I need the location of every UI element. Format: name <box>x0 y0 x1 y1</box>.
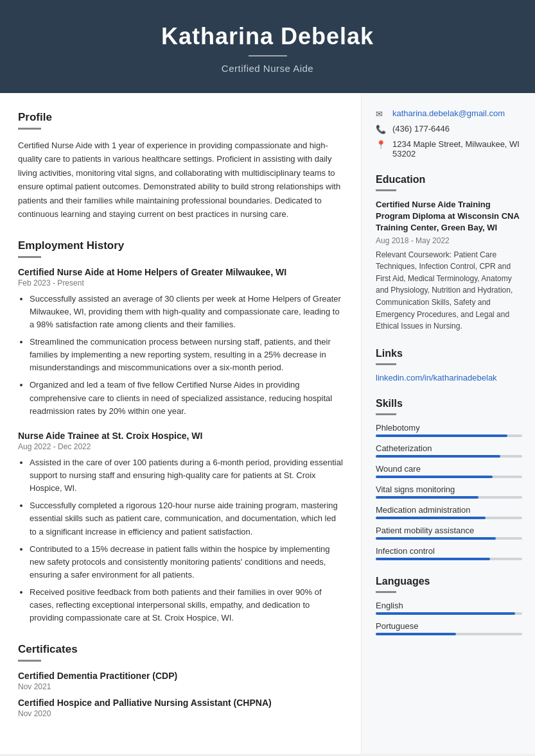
left-column: Profile Certified Nurse Aide with 1 year… <box>0 93 362 754</box>
edu-item-1: Certified Nurse Aide Training Program Di… <box>376 199 522 332</box>
skills-title: Skills <box>376 398 522 409</box>
cert-item-1: Certified Dementia Practitioner (CDP) No… <box>18 671 343 691</box>
profile-section: Profile Certified Nurse Aide with 1 year… <box>18 111 343 221</box>
job-bullets-1: Successfully assisted an average of 30 c… <box>30 293 343 418</box>
profile-divider <box>18 128 41 130</box>
skill-bar-bg <box>376 496 522 499</box>
skill-item: Patient mobility assistance <box>376 526 522 540</box>
language-bar-bg <box>376 633 522 635</box>
links-divider <box>376 363 396 365</box>
skill-item: Infection control <box>376 546 522 560</box>
certificates-section: Certificates Certified Dementia Practiti… <box>18 643 343 718</box>
phone-text: (436) 177-6446 <box>392 124 450 133</box>
skills-divider <box>376 413 396 415</box>
skill-item: Medication administration <box>376 505 522 519</box>
location-icon: 📍 <box>376 140 387 150</box>
profile-text: Certified Nurse Aide with 1 year of expe… <box>18 139 343 221</box>
education-divider <box>376 189 396 191</box>
skill-bar-bg <box>376 517 522 519</box>
languages-container: English Portuguese <box>376 601 522 635</box>
skill-bar-bg <box>376 537 522 540</box>
languages-divider <box>376 591 396 593</box>
job-bullet: Assisted in the care of over 100 patient… <box>30 456 343 495</box>
language-bar-fill <box>376 633 456 635</box>
employment-divider <box>18 256 41 258</box>
contact-phone: 📞 (436) 177-6446 <box>376 124 522 134</box>
skill-bar-bg <box>376 455 522 458</box>
job-block-1: Certified Nurse Aide at Home Helpers of … <box>18 267 343 418</box>
job-bullet: Successfully assisted an average of 30 c… <box>30 293 343 331</box>
skill-name: Patient mobility assistance <box>376 526 522 535</box>
contact-section: ✉ katharina.debelak@gmail.com 📞 (436) 17… <box>376 108 522 159</box>
right-column: ✉ katharina.debelak@gmail.com 📞 (436) 17… <box>362 93 535 754</box>
skill-bar-fill <box>376 517 486 519</box>
skill-bar-bg <box>376 434 522 437</box>
header-underline <box>249 55 287 56</box>
candidate-title: Certified Nurse Aide <box>13 63 522 74</box>
skill-item: Wound care <box>376 464 522 478</box>
language-name: Portuguese <box>376 621 522 631</box>
job-title-1: Certified Nurse Aide at Home Helpers of … <box>18 267 343 277</box>
skill-name: Catheterization <box>376 443 522 453</box>
header: Katharina Debelak Certified Nurse Aide <box>0 0 535 93</box>
certificates-divider <box>18 660 41 662</box>
languages-title: Languages <box>376 576 522 587</box>
employment-title: Employment History <box>18 239 343 252</box>
links-section: Links linkedin.com/in/katharinadebelak <box>376 348 522 382</box>
cert-title-2: Certified Hospice and Palliative Nursing… <box>18 698 343 708</box>
skills-container: Phlebotomy Catheterization Wound care Vi… <box>376 423 522 560</box>
cert-date-1: Nov 2021 <box>18 682 343 691</box>
job-date-2: Aug 2022 - Dec 2022 <box>18 442 343 451</box>
job-bullet: Streamlined the communication process be… <box>30 336 343 374</box>
education-title: Education <box>376 174 522 185</box>
cert-item-2: Certified Hospice and Palliative Nursing… <box>18 698 343 718</box>
contact-email: ✉ katharina.debelak@gmail.com <box>376 108 522 119</box>
skill-bar-fill <box>376 455 500 458</box>
resume-wrapper: Katharina Debelak Certified Nurse Aide P… <box>0 0 535 754</box>
cert-date-2: Nov 2020 <box>18 709 343 718</box>
contact-address: 📍 1234 Maple Street, Milwaukee, WI 53202 <box>376 139 522 159</box>
cert-title-1: Certified Dementia Practitioner (CDP) <box>18 671 343 681</box>
skill-bar-fill <box>376 434 507 437</box>
phone-icon: 📞 <box>376 125 387 134</box>
skill-bar-fill <box>376 496 478 499</box>
education-section: Education Certified Nurse Aide Training … <box>376 174 522 332</box>
edu-date: Aug 2018 - May 2022 <box>376 236 522 245</box>
skill-item: Catheterization <box>376 443 522 458</box>
job-bullets-2: Assisted in the care of over 100 patient… <box>30 456 343 625</box>
job-bullet: Successfully completed a rigorous 120-ho… <box>30 499 343 538</box>
skill-bar-bg <box>376 558 522 560</box>
skill-name: Vital signs monitoring <box>376 485 522 494</box>
edu-description: Relevant Coursework: Patient Care Techni… <box>376 249 522 332</box>
linkedin-link[interactable]: linkedin.com/in/katharinadebelak <box>376 373 497 382</box>
job-block-2: Nurse Aide Trainee at St. Croix Hospice,… <box>18 431 343 625</box>
languages-section: Languages English Portuguese <box>376 576 522 635</box>
email-link[interactable]: katharina.debelak@gmail.com <box>392 108 505 118</box>
job-title-2: Nurse Aide Trainee at St. Croix Hospice,… <box>18 431 343 441</box>
address-text: 1234 Maple Street, Milwaukee, WI 53202 <box>392 139 522 159</box>
skill-bar-bg <box>376 476 522 478</box>
job-date-1: Feb 2023 - Present <box>18 279 343 288</box>
links-title: Links <box>376 348 522 359</box>
language-bar-bg <box>376 612 522 615</box>
language-item: Portuguese <box>376 621 522 635</box>
certificates-title: Certificates <box>18 643 343 656</box>
skill-item: Phlebotomy <box>376 423 522 437</box>
language-bar-fill <box>376 612 515 615</box>
profile-title: Profile <box>18 111 343 124</box>
candidate-name: Katharina Debelak <box>13 23 522 50</box>
skill-name: Medication administration <box>376 505 522 515</box>
job-bullet: Received positive feedback from both pat… <box>30 586 343 624</box>
edu-degree: Certified Nurse Aide Training Program Di… <box>376 199 522 234</box>
skills-section: Skills Phlebotomy Catheterization Wound … <box>376 398 522 560</box>
skill-bar-fill <box>376 558 490 560</box>
employment-section: Employment History Certified Nurse Aide … <box>18 239 343 625</box>
body-layout: Profile Certified Nurse Aide with 1 year… <box>0 93 535 754</box>
skill-name: Infection control <box>376 546 522 556</box>
skill-name: Phlebotomy <box>376 423 522 433</box>
job-bullet: Organized and led a team of five fellow … <box>30 379 343 417</box>
language-name: English <box>376 601 522 610</box>
language-item: English <box>376 601 522 615</box>
skill-name: Wound care <box>376 464 522 474</box>
job-bullet: Contributed to a 15% decrease in patient… <box>30 543 343 581</box>
